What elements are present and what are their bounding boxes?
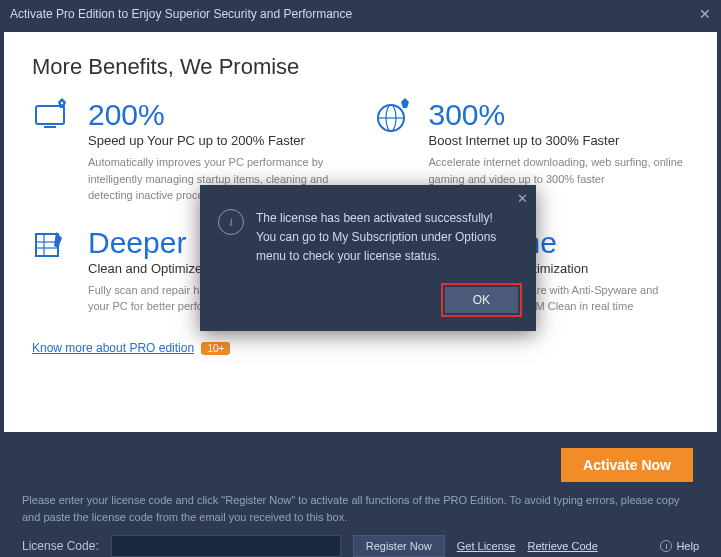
know-more-row: Know more about PRO edition 10+ bbox=[32, 341, 689, 355]
registry-broom-icon bbox=[32, 226, 74, 268]
svg-point-2 bbox=[61, 102, 63, 104]
feature-subtitle: Speed up Your PC up to 200% Faster bbox=[88, 133, 348, 148]
activation-success-dialog: ✕ i The license has been activated succe… bbox=[200, 185, 536, 331]
monitor-rocket-icon bbox=[32, 98, 74, 140]
svg-rect-1 bbox=[44, 126, 56, 128]
register-now-button[interactable]: Register Now bbox=[353, 535, 445, 557]
page-title: More Benefits, We Promise bbox=[32, 54, 689, 80]
titlebar: Activate Pro Edition to Enjoy Superior S… bbox=[0, 0, 721, 28]
close-icon[interactable]: ✕ bbox=[699, 6, 711, 22]
know-more-link[interactable]: Know more about PRO edition bbox=[32, 341, 194, 355]
license-code-input[interactable] bbox=[111, 535, 341, 557]
feature-count-badge: 10+ bbox=[201, 342, 230, 355]
footer: Activate Now Please enter your license c… bbox=[0, 436, 721, 557]
retrieve-code-link[interactable]: Retrieve Code bbox=[527, 540, 597, 552]
dialog-close-icon[interactable]: ✕ bbox=[517, 191, 528, 206]
feature-desc: Accelerate internet downloading, web sur… bbox=[429, 154, 689, 187]
get-license-link[interactable]: Get License bbox=[457, 540, 516, 552]
feature-stat: 300% bbox=[429, 98, 689, 131]
license-code-label: License Code: bbox=[22, 539, 99, 553]
window-title: Activate Pro Edition to Enjoy Superior S… bbox=[10, 7, 352, 21]
ok-button[interactable]: OK bbox=[445, 287, 518, 313]
feature-stat: 200% bbox=[88, 98, 348, 131]
help-link[interactable]: i Help bbox=[660, 540, 699, 552]
svg-rect-0 bbox=[36, 106, 64, 124]
feature-subtitle: Boost Internet up to 300% Faster bbox=[429, 133, 689, 148]
info-icon: i bbox=[660, 540, 672, 552]
license-note: Please enter your license code and click… bbox=[22, 492, 699, 525]
info-icon: i bbox=[218, 209, 244, 235]
dialog-message: The license has been activated successfu… bbox=[256, 209, 518, 267]
activate-now-button[interactable]: Activate Now bbox=[561, 448, 693, 482]
globe-rocket-icon bbox=[373, 98, 415, 140]
